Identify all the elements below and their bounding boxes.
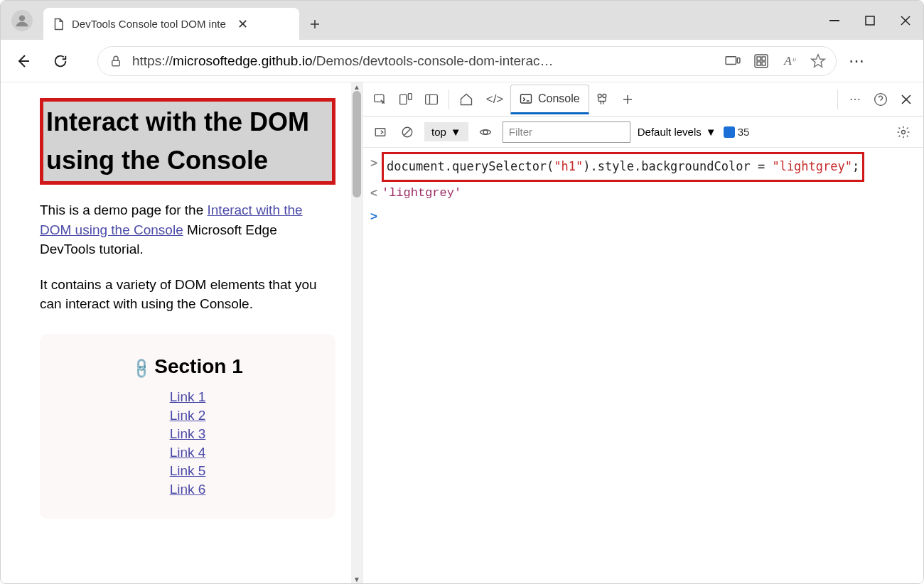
apps-icon[interactable] — [753, 53, 769, 69]
new-tab-button[interactable] — [299, 8, 331, 40]
clear-console-button[interactable] — [397, 119, 417, 145]
scroll-up-icon[interactable]: ▲ — [351, 82, 362, 91]
help-button[interactable] — [868, 87, 893, 112]
lock-icon — [108, 53, 124, 69]
svg-rect-5 — [737, 58, 740, 63]
inspect-element-button[interactable] — [367, 87, 393, 112]
svg-rect-10 — [762, 62, 765, 65]
tab-title: DevTools Console tool DOM inte — [72, 18, 226, 30]
close-window-button[interactable] — [888, 6, 923, 35]
device-icon[interactable] — [725, 53, 741, 69]
svg-rect-15 — [521, 94, 532, 103]
svg-rect-9 — [757, 62, 761, 65]
svg-rect-11 — [375, 94, 384, 102]
svg-rect-3 — [112, 60, 120, 66]
read-aloud-icon[interactable]: A⁾⁾ — [782, 53, 797, 69]
section-heading: 🔗Section 1 — [61, 355, 314, 378]
filter-input[interactable]: Filter — [503, 121, 630, 143]
console-tab[interactable]: Console — [510, 85, 589, 114]
back-button[interactable] — [6, 44, 41, 78]
window-controls — [817, 1, 923, 40]
intro-paragraph: This is a demo page for the Interact wit… — [40, 200, 335, 259]
context-selector[interactable]: top▼ — [424, 122, 468, 141]
console-settings-button[interactable] — [891, 119, 916, 145]
console-tab-label: Console — [538, 92, 580, 105]
add-tab-button[interactable] — [615, 87, 640, 112]
page-icon — [52, 18, 65, 31]
page-heading: Interact with the DOM using the Console — [43, 102, 332, 181]
console-subbar: top▼ Filter Default levels▼ 35 — [363, 117, 923, 148]
browser-tab[interactable]: DevTools Console tool DOM inte ✕ — [43, 8, 299, 40]
elements-tab[interactable]: </> — [479, 87, 510, 112]
svg-rect-1 — [829, 20, 839, 21]
section-card: 🔗Section 1 Link 1 Link 2 Link 3 Link 4 L… — [40, 334, 335, 519]
list-link[interactable]: Link 2 — [170, 408, 206, 423]
list-link[interactable]: Link 3 — [170, 426, 206, 442]
description-paragraph: It contains a variety of DOM elements th… — [40, 275, 335, 314]
more-menu-button[interactable]: ⋯ — [839, 44, 874, 78]
device-toggle-button[interactable] — [393, 87, 419, 112]
svg-rect-14 — [426, 94, 438, 104]
devtools-more-button[interactable]: ⋯ — [842, 87, 868, 112]
minimize-button[interactable] — [817, 6, 852, 35]
issues-counter[interactable]: 35 — [724, 126, 750, 138]
toolbar: https://microsoftedge.github.io/Demos/de… — [1, 40, 923, 82]
tab-close-icon[interactable]: ✕ — [237, 16, 248, 32]
h1-highlight-box: Interact with the DOM using the Console — [40, 98, 335, 185]
welcome-tab[interactable] — [453, 87, 479, 112]
devtools-pane: </> Console ⋯ — [363, 82, 923, 583]
panel-toggle-button[interactable] — [419, 87, 444, 112]
log-levels-selector[interactable]: Default levels▼ — [638, 126, 716, 138]
devtools-tabbar: </> Console ⋯ — [363, 82, 923, 117]
ready-prompt-icon: > — [370, 205, 377, 228]
svg-point-21 — [483, 130, 488, 134]
scroll-thumb[interactable] — [353, 91, 361, 198]
list-link[interactable]: Link 1 — [170, 389, 206, 405]
input-highlight-box: document.querySelector("h1").style.backg… — [382, 152, 864, 182]
browser-window: DevTools Console tool DOM inte ✕ — [0, 0, 924, 584]
favorite-icon[interactable] — [810, 53, 826, 69]
console-prompt-line[interactable]: > — [370, 205, 916, 228]
refresh-button[interactable] — [43, 44, 77, 78]
url-text: https://microsoftedge.github.io/Demos/de… — [132, 53, 716, 69]
svg-rect-2 — [866, 16, 874, 25]
address-bar[interactable]: https://microsoftedge.github.io/Demos/de… — [97, 46, 837, 76]
issues-icon — [724, 126, 735, 138]
svg-rect-7 — [757, 57, 761, 60]
svg-point-17 — [603, 94, 606, 97]
output-prompt-icon: < — [370, 182, 377, 205]
maximize-button[interactable] — [852, 6, 888, 35]
avatar-icon — [11, 10, 33, 31]
live-expression-button[interactable] — [476, 119, 495, 145]
chevron-down-icon: ▼ — [451, 126, 461, 138]
svg-rect-12 — [400, 94, 407, 104]
console-input-line: > document.querySelector("h1").style.bac… — [370, 152, 916, 182]
svg-point-16 — [598, 94, 601, 97]
list-link[interactable]: Link 4 — [170, 445, 206, 460]
console-output[interactable]: > document.querySelector("h1").style.bac… — [363, 148, 923, 583]
scroll-down-icon[interactable]: ▼ — [351, 575, 362, 583]
profile-button[interactable] — [1, 1, 43, 40]
content-area: Interact with the DOM using the Console … — [1, 82, 923, 583]
link-icon: 🔗 — [129, 355, 154, 380]
scrollbar[interactable]: ▲ ▼ — [351, 82, 362, 583]
chevron-down-icon: ▼ — [706, 126, 716, 138]
svg-point-22 — [902, 130, 906, 134]
sources-tab[interactable] — [589, 87, 615, 112]
console-input-code: document.querySelector("h1").style.backg… — [387, 159, 859, 173]
close-devtools-button[interactable] — [893, 87, 919, 112]
sidebar-toggle-button[interactable] — [370, 119, 390, 145]
titlebar: DevTools Console tool DOM inte ✕ — [1, 1, 923, 40]
svg-rect-8 — [762, 57, 765, 60]
console-result-line: < 'lightgrey' — [370, 182, 916, 205]
svg-rect-13 — [408, 93, 412, 99]
input-prompt-icon: > — [370, 152, 377, 175]
svg-rect-4 — [726, 56, 736, 64]
page-pane: Interact with the DOM using the Console … — [1, 82, 363, 583]
list-link[interactable]: Link 6 — [170, 482, 206, 497]
list-link[interactable]: Link 5 — [170, 463, 206, 479]
svg-point-0 — [19, 15, 25, 21]
result-value: 'lightgrey' — [382, 182, 461, 205]
